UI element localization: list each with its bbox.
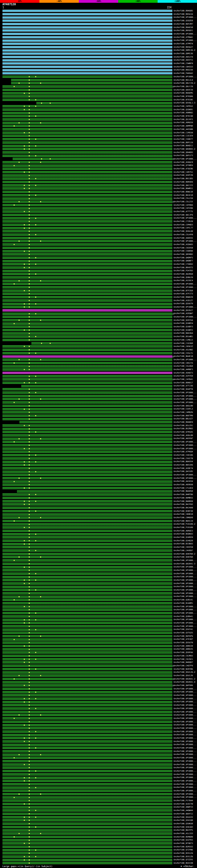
hit-label[interactable]: UniRef100_Q4DRF5 (174, 257, 193, 259)
hit-label[interactable]: UniRef100_C4YH66 (174, 204, 193, 206)
hit-row[interactable]: UniRef100_B91E18 (0, 194, 197, 197)
hit-bar[interactable] (2, 553, 172, 555)
hit-label[interactable]: UniRef100_B7SB73 (174, 842, 193, 845)
hit-row[interactable]: UniRef100_UP1000... (0, 687, 197, 691)
hit-label[interactable]: UniRef100_UP1000... (174, 770, 196, 772)
hit-label[interactable]: UniRef100_C4MQZ6 (174, 411, 193, 413)
hit-row[interactable]: UniRef100_B5X33B (0, 862, 197, 865)
hit-bar[interactable] (2, 256, 172, 259)
hit-label[interactable]: UniRef100_A9RG59 (174, 122, 193, 124)
hit-row[interactable]: UniRef100_UP1000... (0, 793, 197, 796)
hit-label[interactable]: UniRef100_UP1000... (174, 708, 196, 710)
hit-label[interactable]: UniRef100_C7LAE4 (174, 487, 193, 489)
hit-bar[interactable] (2, 161, 172, 163)
hit-row[interactable]: UniRef100_B9P119 (0, 141, 197, 145)
hit-bar[interactable] (2, 589, 172, 591)
hit-label[interactable]: UniRef100_A6Z8G0 (174, 273, 193, 275)
hit-row[interactable]: UniRef100_Q16BY3 (0, 325, 197, 329)
hit-bar[interactable] (2, 612, 172, 614)
hit-label[interactable]: UniRef100_C9SFE0 (174, 546, 193, 548)
hit-bar[interactable] (2, 582, 172, 584)
hit-bar[interactable] (2, 178, 172, 180)
hit-label[interactable]: UniRef100_B91E18 (174, 194, 193, 196)
hit-bar[interactable] (2, 724, 172, 726)
hit-row[interactable]: UniRef100_B9N917 (0, 381, 197, 384)
hit-label[interactable]: UniRef100_UP1000... (174, 727, 196, 730)
hit-label[interactable]: UniRef100_A7E3Q7 (174, 638, 193, 641)
hit-row[interactable]: UniRef100_B9WGV9 (0, 296, 197, 299)
hit-bar[interactable] (2, 349, 172, 351)
hit-row[interactable]: UniRef100_C5LHG8 (0, 365, 197, 368)
hit-row[interactable]: ▷UniRef100_C4Q7F6 (0, 664, 197, 668)
hit-row[interactable]: UniRef100_Q3ZTR3 (0, 838, 197, 842)
hit-label[interactable]: UniRef100_C0HD18 (174, 513, 193, 516)
hit-row[interactable]: UniRef100_C8E27A (0, 362, 197, 365)
hit-row[interactable]: UniRef100_B3LWB1 (0, 335, 197, 338)
hit-bar[interactable] (2, 826, 172, 828)
hit-label[interactable]: UniRef100_Q43185 (174, 470, 193, 473)
hit-bar[interactable] (2, 447, 172, 450)
hit-bar[interactable] (2, 382, 172, 384)
hit-label[interactable]: UniRef100_UP1000... (174, 796, 196, 798)
hit-label[interactable]: UniRef100_B9WGV9 (174, 296, 193, 298)
hit-bar[interactable] (2, 665, 172, 667)
hit-label[interactable]: UniRef100_Q6C1Y2 (174, 184, 193, 187)
hit-label[interactable]: UniRef100_B0S3X6 (174, 464, 193, 466)
hit-bar[interactable] (2, 329, 172, 331)
hit-bar[interactable] (2, 365, 172, 367)
hit-row[interactable]: UniRef100_UP1000... (0, 720, 197, 723)
hit-label[interactable]: UniRef100_C4YL77 (174, 227, 193, 229)
hit-bar[interactable] (2, 767, 172, 769)
hit-label[interactable]: UniRef100_Q5BUJ9 (174, 277, 193, 279)
hit-bar[interactable] (2, 510, 172, 512)
hit-bar[interactable] (2, 444, 172, 446)
hit-row[interactable]: UniRef100_B6KD11 (0, 144, 197, 148)
hit-row[interactable]: UniRef100_B9AE58 (0, 26, 197, 29)
hit-row[interactable]: UniRef100_Q59LU0 (0, 230, 197, 233)
hit-bar[interactable] (2, 105, 172, 107)
hit-row[interactable]: UniRef100_UP1000... (0, 737, 197, 740)
hit-bar[interactable] (2, 592, 172, 595)
hit-label[interactable]: UniRef100_UP1000... (174, 724, 196, 726)
hit-bar[interactable] (2, 240, 172, 242)
hit-row[interactable]: UniRef100_C9SFE0 (0, 546, 197, 549)
hit-label[interactable]: UniRef100_Q361W3 (174, 826, 193, 828)
hit-row[interactable]: UniRef100_B5M6B9 (0, 835, 197, 839)
hit-row[interactable]: UniRef100_UP1000... (0, 783, 197, 786)
hit-bar[interactable] (2, 201, 172, 203)
hit-row[interactable]: UniRef100_UP1000... (0, 730, 197, 734)
hit-bar[interactable] (2, 33, 172, 35)
hit-row[interactable]: UniRef100_Q5U2Z2 (0, 815, 197, 819)
hit-bar[interactable] (2, 579, 172, 581)
hit-label[interactable]: UniRef100_Q2QZE8 (174, 20, 193, 22)
hit-label[interactable]: UniRef100_A8NV28 (174, 645, 193, 647)
hit-bar[interactable] (2, 803, 172, 805)
hit-bar[interactable] (2, 833, 172, 835)
hit-bar[interactable] (2, 632, 172, 634)
hit-row[interactable]: UniRef100_Q6CJF6 (0, 213, 197, 217)
hit-row[interactable]: UniRef100_UP1000... (0, 786, 197, 789)
hit-row[interactable]: UniRef100_C9ZUS0 (0, 246, 197, 250)
hit-label[interactable]: UniRef100_UP1000... (174, 691, 196, 693)
hit-row[interactable]: UniRef100_C5LHY0 (0, 233, 197, 237)
hit-label[interactable]: UniRef100_A3FVS9 (174, 375, 193, 377)
hit-label[interactable]: UniRef100_UP1000... (174, 16, 196, 19)
hit-row[interactable]: UniRef100_C6PEG2 (0, 105, 197, 108)
hit-label[interactable]: UniRef100_A7PM74 (174, 43, 193, 45)
hit-row[interactable]: UniRef100_B9GI44 (0, 68, 197, 72)
hit-bar[interactable] (2, 454, 172, 456)
hit-label[interactable]: UniRef100_Q3U741 (174, 628, 193, 630)
hit-label[interactable]: UniRef100_A1D1Z7 (174, 300, 193, 302)
hit-bar[interactable] (2, 277, 172, 279)
hit-row[interactable]: UniRef100_B63TP5 (0, 829, 197, 832)
hit-row[interactable]: UniRef100_UP1000... (0, 608, 197, 612)
hit-row[interactable]: UniRef100_Q43185 (0, 470, 197, 473)
hit-row[interactable]: UniRef100_B95627 (0, 45, 197, 49)
hit-label[interactable]: UniRef100_B6KXV4 (174, 461, 193, 463)
hit-label[interactable]: UniRef100_C5K346 (174, 454, 193, 456)
hit-row[interactable]: UniRef100_C5XFL3 (0, 407, 197, 411)
hit-bar[interactable] (2, 461, 172, 463)
hit-label[interactable]: UniRef100_B8LXZ7 (174, 418, 193, 420)
hit-row[interactable]: UniRef100_UP1000... (0, 588, 197, 592)
hit-label[interactable]: UniRef100_B5M6B9 (174, 836, 193, 838)
